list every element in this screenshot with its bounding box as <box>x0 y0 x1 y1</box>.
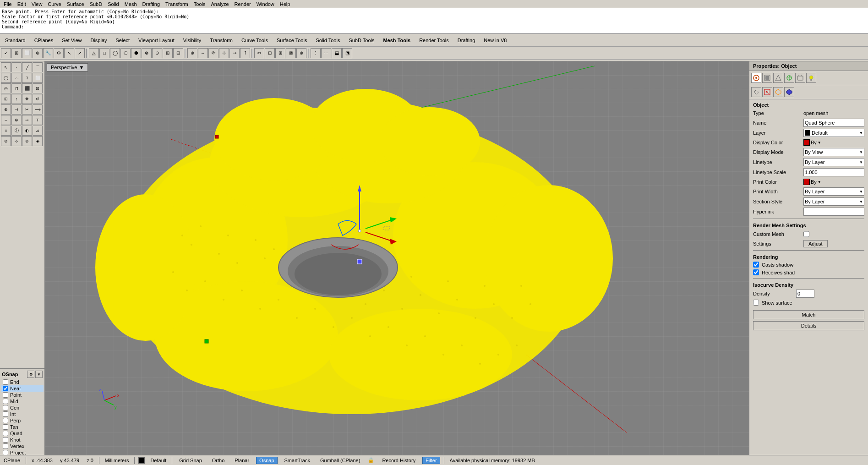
match-button[interactable]: Match <box>753 310 864 319</box>
tool-snap[interactable]: ⊚ <box>1 136 11 146</box>
tab-surfacetools[interactable]: Surface Tools <box>273 36 311 44</box>
menu-help[interactable]: Help <box>277 1 293 7</box>
adjust-button[interactable]: Adjust <box>803 240 828 247</box>
menu-drafting[interactable]: Drafting <box>140 1 163 7</box>
prop-icon-texture[interactable] <box>773 73 783 83</box>
osnap-int[interactable]: Int <box>1 411 44 417</box>
osnap-tan-check[interactable] <box>3 424 8 430</box>
status-smarttrack[interactable]: SmartTrack <box>281 457 313 464</box>
toolbar-btn-17[interactable]: ⊕ <box>187 48 197 58</box>
tool-point[interactable]: · <box>11 62 22 72</box>
osnap-cen[interactable]: Cen <box>1 405 44 411</box>
tab-subdtools[interactable]: SubD Tools <box>344 36 378 44</box>
osnap-end-check[interactable] <box>3 379 8 385</box>
prop-icon-material[interactable] <box>762 73 772 83</box>
density-input[interactable] <box>796 290 814 298</box>
toolbar-btn-15[interactable]: ⊞ <box>163 48 173 58</box>
tab-standard[interactable]: Standard <box>1 36 30 44</box>
canvas-3d[interactable]: x y z <box>45 61 749 463</box>
osnap-tan[interactable]: Tan <box>1 424 44 430</box>
prop-hyperlink-value[interactable] <box>803 208 864 216</box>
osnap-int-check[interactable] <box>3 411 8 417</box>
tool-scale[interactable]: ⊕ <box>1 104 11 115</box>
osnap-vertex[interactable]: Vertex <box>1 443 44 449</box>
tool-line[interactable]: ╱ <box>22 62 32 72</box>
osnap-vertex-check[interactable] <box>3 443 8 449</box>
prop-print-width-value[interactable]: By Layer ▼ <box>803 187 864 196</box>
prop-name-value[interactable]: Quad Sphere <box>803 119 864 127</box>
osnap-knot-check[interactable] <box>3 437 8 443</box>
prop-icon-extra3[interactable] <box>773 87 783 97</box>
tool-select[interactable]: ↖ <box>1 62 11 72</box>
menu-analyze[interactable]: Analyze <box>208 1 231 7</box>
viewport-name-btn[interactable]: Perspective ▼ <box>47 63 88 71</box>
tool-circle[interactable]: ◯ <box>1 73 11 83</box>
menu-subd[interactable]: SubD <box>87 1 105 7</box>
prop-linetype-scale-value[interactable]: 1.000 <box>803 168 864 176</box>
toolbar-btn-12[interactable]: ⬢ <box>131 48 141 58</box>
osnap-filter-btn[interactable]: ▼ <box>35 371 43 378</box>
menu-surface[interactable]: Surface <box>64 1 87 7</box>
toolbar-btn-9[interactable]: □ <box>99 48 109 58</box>
toolbar-btn-16[interactable]: ⊟ <box>173 48 183 58</box>
tool-extra1[interactable]: ⊹ <box>11 136 22 146</box>
prop-section-style-value[interactable]: By Layer ▼ <box>803 197 864 206</box>
prop-icon-extra1[interactable] <box>751 87 761 97</box>
toolbar-btn-7[interactable]: ↗ <box>75 48 85 58</box>
tool-analyse[interactable]: ⊿ <box>33 126 43 136</box>
tool-mirror[interactable]: ⊣ <box>11 104 22 115</box>
tool-boolean[interactable]: ⊕ <box>11 115 22 125</box>
toolbar-btn-1[interactable]: ⊞ <box>11 48 22 58</box>
status-filter[interactable]: Filter <box>422 457 440 464</box>
menu-file[interactable]: File <box>1 1 15 7</box>
osnap-point-check[interactable] <box>3 392 8 398</box>
tab-rendertools[interactable]: Render Tools <box>415 36 453 44</box>
toolbar-btn-5[interactable]: ⚙ <box>54 48 64 58</box>
tool-fillet[interactable]: ⌢ <box>1 115 11 125</box>
prop-print-color-value[interactable]: By ▼ <box>803 179 864 185</box>
osnap-mid[interactable]: Mid <box>1 398 44 405</box>
tab-newinv8[interactable]: New in V8 <box>480 36 511 44</box>
toolbar-btn-6[interactable]: ↖ <box>64 48 74 58</box>
tool-cylinder[interactable]: ⊓ <box>11 83 22 93</box>
menu-solid[interactable]: Solid <box>105 1 121 7</box>
tool-curve[interactable]: ⌒ <box>33 62 43 72</box>
tab-curvetools[interactable]: Curve Tools <box>237 36 272 44</box>
osnap-point[interactable]: Point <box>1 392 44 398</box>
status-planar[interactable]: Planar <box>231 457 252 464</box>
menu-render[interactable]: Render <box>232 1 254 7</box>
tool-polyline[interactable]: ⌇ <box>22 73 32 83</box>
osnap-cen-check[interactable] <box>3 405 8 410</box>
status-osnap[interactable]: Osnap <box>256 457 277 464</box>
toolbar-btn-4[interactable]: 🔧 <box>43 48 53 58</box>
tab-display[interactable]: Display <box>86 36 111 44</box>
tool-extend[interactable]: ⟶ <box>33 104 43 115</box>
prop-display-mode-value[interactable]: By View ▼ <box>803 148 864 156</box>
display-color-dropdown[interactable]: ▼ <box>818 141 821 145</box>
tool-extrude[interactable]: ⊡ <box>33 83 43 93</box>
prop-icon-decal[interactable] <box>795 73 805 83</box>
status-ortho[interactable]: Ortho <box>209 457 228 464</box>
status-grid-snap[interactable]: Grid Snap <box>176 457 205 464</box>
toolbar-btn-14[interactable]: ⊙ <box>152 48 162 58</box>
osnap-knot[interactable]: Knot <box>1 437 44 443</box>
tool-trim[interactable]: ✂ <box>22 104 32 115</box>
prop-custom-mesh-checkbox[interactable] <box>803 230 864 238</box>
tool-mesh[interactable]: ⊞ <box>1 94 11 104</box>
osnap-quad[interactable]: Quad <box>1 430 44 437</box>
tool-move[interactable]: ✥ <box>22 94 32 104</box>
osnap-near-check[interactable] <box>3 386 8 391</box>
prop-icon-extra2[interactable] <box>762 87 772 97</box>
osnap-perp-check[interactable] <box>3 418 8 423</box>
prop-icon-environment[interactable] <box>784 73 794 83</box>
toolbar-btn-20[interactable]: ⊹ <box>219 48 229 58</box>
toolbar-btn-2[interactable]: ⬜ <box>22 48 32 58</box>
toolbar-btn-11[interactable]: ⬡ <box>120 48 131 58</box>
menu-mesh[interactable]: Mesh <box>122 1 140 7</box>
osnap-mid-check[interactable] <box>3 399 8 404</box>
menu-tools[interactable]: Tools <box>191 1 208 7</box>
tab-visibility[interactable]: Visibility <box>179 36 206 44</box>
tab-viewport[interactable]: Viewport Layout <box>134 36 179 44</box>
toolbar-btn-25[interactable]: ⊞ <box>275 48 285 58</box>
details-button[interactable]: Details <box>753 321 864 330</box>
